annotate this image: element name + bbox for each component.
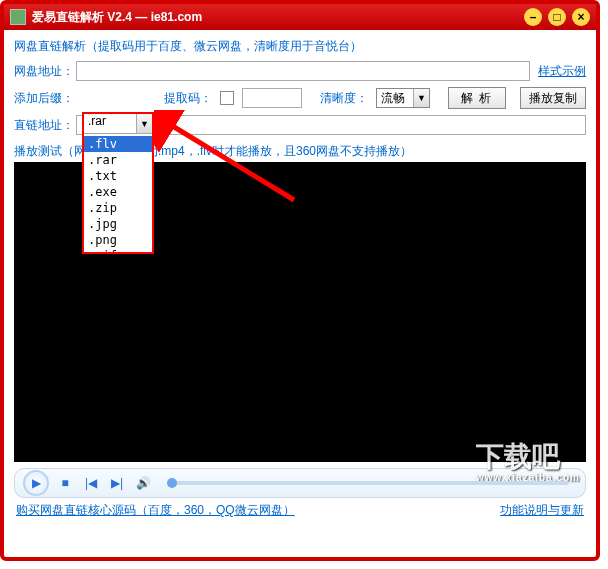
suffix-combo[interactable]: .rar ▼ [84,114,152,134]
suffix-option[interactable]: .txt [84,168,152,184]
window-title: 爱易直链解析 V2.4 — ie81.com [32,9,518,26]
maximize-button[interactable]: □ [548,8,566,26]
titlebar[interactable]: 爱易直链解析 V2.4 — ie81.com – □ × [4,4,596,30]
next-button[interactable]: ▶| [107,473,127,493]
app-window: 爱易直链解析 V2.4 — ie81.com – □ × 网盘直链解析（提取码用… [0,0,600,561]
chevron-down-icon: ▼ [136,114,152,133]
suffix-option[interactable]: .exe [84,184,152,200]
row-options: 添加后缀： 提取码： 清晰度： 流畅 ▼ 解析 播放复制 [14,87,586,109]
label-suffix: 添加后缀： [14,90,76,107]
clarity-value: 流畅 [377,90,413,107]
suffix-option-list: .flv .rar .txt .exe .zip .jpg .png .gif [84,136,152,252]
volume-icon[interactable]: 🔊 [133,473,153,493]
suffix-option[interactable]: .zip [84,200,152,216]
label-code: 提取码： [164,90,212,107]
bottom-links: 购买网盘直链核心源码（百度，360，QQ微云网盘） 功能说明与更新 [14,502,586,519]
parse-button[interactable]: 解析 [448,87,506,109]
copy-play-button[interactable]: 播放复制 [520,87,586,109]
buy-source-link[interactable]: 购买网盘直链核心源码（百度，360，QQ微云网盘） [16,502,295,519]
help-link[interactable]: 功能说明与更新 [500,502,584,519]
app-icon [10,9,26,25]
code-input[interactable] [242,88,302,108]
play-button[interactable]: ▶ [23,470,49,496]
suffix-option[interactable]: .png [84,232,152,248]
label-url: 网盘地址： [14,63,76,80]
label-clarity: 清晰度： [320,90,368,107]
code-checkbox[interactable] [220,91,234,105]
prev-button[interactable]: |◀ [81,473,101,493]
subtitle: 网盘直链解析（提取码用于百度、微云网盘，清晰度用于音悦台） [14,38,586,55]
clarity-combo[interactable]: 流畅 ▼ [376,88,430,108]
suffix-selected: .rar [84,114,136,133]
suffix-option[interactable]: .flv [84,136,152,152]
chevron-down-icon: ▼ [413,89,429,107]
suffix-dropdown-open: .rar ▼ .flv .rar .txt .exe .zip .jpg .pn… [82,112,154,254]
close-button[interactable]: × [572,8,590,26]
client-area: 网盘直链解析（提取码用于百度、微云网盘，清晰度用于音悦台） 网盘地址： 样式示例… [4,30,596,557]
progress-slider[interactable] [167,481,569,485]
row-url: 网盘地址： 样式示例 [14,61,586,81]
suffix-option[interactable]: .rar [84,152,152,168]
suffix-option[interactable]: .gif [84,248,152,252]
player-bar: ▶ ■ |◀ ▶| 🔊 [14,468,586,498]
stop-button[interactable]: ■ [55,473,75,493]
sample-link[interactable]: 样式示例 [538,63,586,80]
suffix-option[interactable]: .jpg [84,216,152,232]
url-input[interactable] [76,61,530,81]
label-direct: 直链地址： [14,117,76,134]
minimize-button[interactable]: – [524,8,542,26]
